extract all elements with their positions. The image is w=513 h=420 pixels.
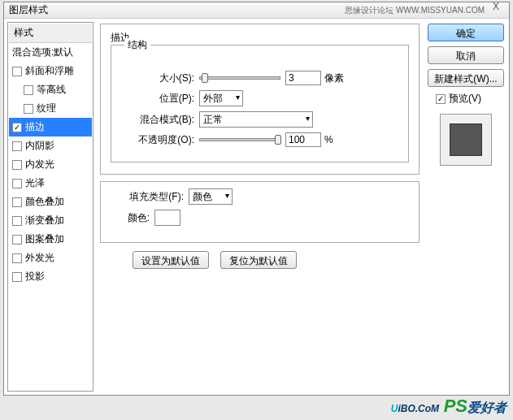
watermark-text: 思缘设计论坛 WWW.MISSYUAN.COM [345,5,485,16]
checkbox-icon[interactable] [12,272,22,282]
style-stroke[interactable]: 描边 [9,118,92,136]
style-pattern-overlay[interactable]: 图案叠加 [9,230,92,249]
stroke-fieldset: 描边 结构 大小(S): 像素 位置(P): 外部 混合模式(B): [100,24,420,175]
style-inner-shadow[interactable]: 内阴影 [9,136,92,155]
layer-style-dialog: 图层样式 思缘设计论坛 WWW.MISSYUAN.COM X 样式 混合选项:默… [3,2,510,396]
structure-heading: 结构 [124,38,150,52]
opacity-input[interactable] [285,132,321,147]
checkbox-icon[interactable] [12,141,22,151]
checkbox-icon[interactable] [12,179,22,188]
checkbox-icon[interactable] [12,67,22,76]
checkbox-icon[interactable] [12,235,22,245]
preview-box [440,114,492,166]
style-satin[interactable]: 光泽 [9,174,92,193]
styles-list-panel: 样式 混合选项:默认 斜面和浮雕 等高线 纹理 描边 内阴影 内发光 光泽 颜色… [7,22,93,392]
preview-label: 预览(V) [449,92,481,106]
structure-fieldset: 结构 大小(S): 像素 位置(P): 外部 混合模式(B): 正常 [111,45,409,162]
watermark-logo: UiBO.CoM PS爱好者 [391,396,506,417]
position-select[interactable]: 外部 [199,90,243,106]
ok-button[interactable]: 确定 [428,24,504,41]
set-default-button[interactable]: 设置为默认值 [133,251,209,269]
blend-mode-select[interactable]: 正常 [199,111,313,128]
style-gradient-overlay[interactable]: 渐变叠加 [9,211,92,230]
size-unit: 像素 [324,71,344,85]
checkbox-icon[interactable] [24,104,33,114]
dialog-title: 图层样式 [9,3,48,17]
fill-type-label: 填充类型(F): [111,190,184,204]
fill-type-select[interactable]: 颜色 [189,188,233,205]
style-texture[interactable]: 纹理 [9,99,92,118]
preview-swatch [450,123,482,156]
blend-mode-label: 混合模式(B): [121,113,194,127]
reset-default-button[interactable]: 复位为默认值 [220,251,297,269]
style-bevel-emboss[interactable]: 斜面和浮雕 [9,62,92,80]
dialog-body: 样式 混合选项:默认 斜面和浮雕 等高线 纹理 描边 内阴影 内发光 光泽 颜色… [4,19,509,395]
opacity-unit: % [324,134,333,145]
cancel-button[interactable]: 取消 [428,46,504,64]
size-input[interactable] [285,71,321,85]
settings-panel: 描边 结构 大小(S): 像素 位置(P): 外部 混合模式(B): [97,19,423,395]
checkbox-icon[interactable] [12,160,22,170]
checkbox-icon[interactable] [12,123,22,132]
default-buttons-row: 设置为默认值 复位为默认值 [133,251,420,269]
style-outer-glow[interactable]: 外发光 [9,249,92,267]
style-contour[interactable]: 等高线 [9,80,92,99]
preview-checkbox[interactable] [436,94,446,104]
color-swatch[interactable] [154,210,180,226]
blending-options-default[interactable]: 混合选项:默认 [9,43,92,62]
slider-thumb-icon[interactable] [202,73,208,83]
style-color-overlay[interactable]: 颜色叠加 [9,193,92,211]
style-inner-glow[interactable]: 内发光 [9,155,92,174]
stroke-heading: 描边 [111,31,409,45]
color-label: 颜色: [111,211,150,225]
close-button[interactable]: X [486,1,506,14]
style-drop-shadow[interactable]: 投影 [9,267,92,286]
opacity-label: 不透明度(O): [121,133,194,147]
size-slider[interactable] [199,76,280,80]
checkbox-icon[interactable] [12,253,22,263]
titlebar[interactable]: 图层样式 思缘设计论坛 WWW.MISSYUAN.COM X [4,2,509,19]
new-style-button[interactable]: 新建样式(W)... [428,69,504,87]
styles-header[interactable]: 样式 [9,24,92,43]
checkbox-icon[interactable] [12,216,22,226]
size-label: 大小(S): [121,71,194,85]
opacity-slider[interactable] [199,138,280,141]
fill-fieldset: 填充类型(F): 颜色 颜色: [100,181,420,243]
checkbox-icon[interactable] [24,85,33,95]
action-panel: 确定 取消 新建样式(W)... 预览(V) [423,19,509,395]
checkbox-icon[interactable] [12,197,22,207]
slider-thumb-icon[interactable] [275,135,281,145]
position-label: 位置(P): [121,92,194,106]
